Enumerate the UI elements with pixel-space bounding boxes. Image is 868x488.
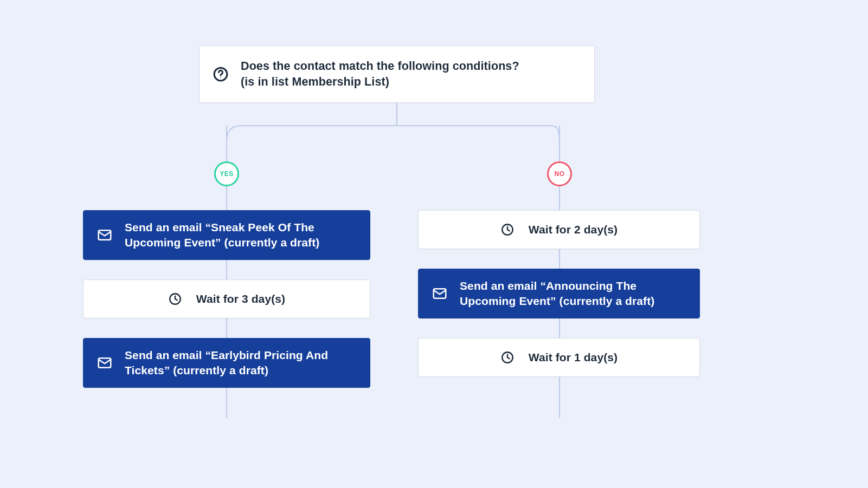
no-step-2-text: Send an email “Announcing The Upcoming E… [460,278,686,309]
condition-line2: (is in list Membership List) [241,74,519,90]
no-step-2-email[interactable]: Send an email “Announcing The Upcoming E… [418,269,700,318]
clock-icon [500,350,515,365]
yes-step-2-text: Wait for 3 day(s) [196,291,285,307]
condition-line1: Does the contact match the following con… [241,58,519,74]
envelope-icon [97,227,113,243]
envelope-icon [97,355,113,371]
yes-step-3-text: Send an email “Earlybird Pricing And Tic… [125,348,357,379]
yes-step-1-text: Send an email “Sneak Peek Of The Upcomin… [125,220,357,251]
yes-step-3-email[interactable]: Send an email “Earlybird Pricing And Tic… [83,338,370,388]
branch-badge-no: NO [547,161,572,186]
question-icon [213,66,229,82]
no-step-3-text: Wait for 1 day(s) [529,350,618,365]
condition-text: Does the contact match the following con… [241,58,519,90]
no-step-1-text: Wait for 2 day(s) [529,222,618,237]
workflow-canvas: { "condition": { "line1": "Does the cont… [0,0,868,488]
branch-yes-label: YES [220,170,234,178]
branch-no-label: NO [555,170,565,178]
clock-icon [500,223,515,237]
no-step-3-wait[interactable]: Wait for 1 day(s) [418,338,700,377]
yes-step-1-email[interactable]: Send an email “Sneak Peek Of The Upcomin… [83,210,370,260]
svg-point-1 [220,77,221,79]
condition-node[interactable]: Does the contact match the following con… [199,45,595,103]
yes-step-2-wait[interactable]: Wait for 3 day(s) [83,279,370,318]
clock-icon [168,292,182,306]
no-step-1-wait[interactable]: Wait for 2 day(s) [418,210,700,249]
envelope-icon [432,285,448,302]
branch-badge-yes: YES [214,161,239,186]
